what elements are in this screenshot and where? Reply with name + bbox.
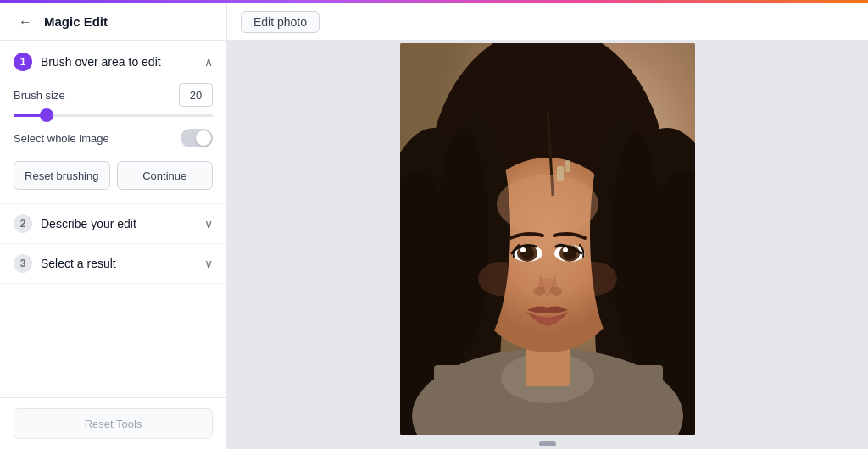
svg-point-29 xyxy=(478,262,526,296)
toggle-knob xyxy=(196,130,211,146)
svg-point-28 xyxy=(534,315,561,324)
section-1-chevron-icon: ∧ xyxy=(204,55,213,69)
step-2-badge: 2 xyxy=(14,214,32,233)
section-2-chevron-icon: ∨ xyxy=(204,217,213,230)
back-icon: ← xyxy=(19,14,32,30)
section-2-header[interactable]: 2 Describe your edit ∨ xyxy=(0,204,226,243)
svg-rect-31 xyxy=(557,166,564,181)
action-buttons: Reset brushing Continue xyxy=(14,161,213,190)
canvas-area[interactable] xyxy=(227,41,868,449)
section-3-chevron-icon: ∨ xyxy=(204,257,213,270)
section-1-header[interactable]: 1 Brush over area to edit ∧ xyxy=(0,41,226,83)
brush-size-row: Brush size 20 xyxy=(14,83,213,107)
section-brush: 1 Brush over area to edit ∧ Brush size 2… xyxy=(0,41,226,204)
svg-rect-32 xyxy=(565,160,570,172)
svg-point-20 xyxy=(520,247,526,252)
edit-photo-button[interactable]: Edit photo xyxy=(241,11,320,33)
sidebar-header: ← Magic Edit xyxy=(0,3,226,41)
photo-frame xyxy=(400,43,695,435)
toolbar: Edit photo xyxy=(227,3,868,41)
brush-size-label: Brush size xyxy=(14,89,65,102)
section-1-title: Brush over area to edit xyxy=(41,55,204,69)
brush-slider-container[interactable] xyxy=(14,114,213,117)
sidebar-title: Magic Edit xyxy=(44,14,108,29)
sidebar-content: 1 Brush over area to edit ∧ Brush size 2… xyxy=(0,41,226,397)
section-3-header[interactable]: 3 Select a result ∨ xyxy=(0,244,226,283)
slider-fill xyxy=(14,114,43,117)
reset-tools-button[interactable]: Reset Tools xyxy=(14,408,213,439)
main-area: Edit photo xyxy=(227,3,868,449)
portrait-image xyxy=(400,43,695,435)
reset-brushing-button[interactable]: Reset brushing xyxy=(14,161,110,190)
slider-track xyxy=(14,114,213,117)
section-1-body: Brush size 20 Select whole image xyxy=(0,83,226,203)
svg-point-26 xyxy=(533,287,545,296)
svg-point-27 xyxy=(550,287,562,296)
slider-thumb[interactable] xyxy=(40,108,53,122)
section-2-title: Describe your edit xyxy=(41,217,204,230)
select-whole-row: Select whole image xyxy=(14,129,213,147)
sidebar: ← Magic Edit 1 Brush over area to edit ∧… xyxy=(0,3,227,449)
section-3-title: Select a result xyxy=(41,257,204,270)
section-describe: 2 Describe your edit ∨ xyxy=(0,204,226,244)
svg-point-15 xyxy=(612,134,659,351)
svg-point-30 xyxy=(570,262,617,296)
back-button[interactable]: ← xyxy=(14,10,37,34)
select-whole-label: Select whole image xyxy=(14,132,109,145)
step-3-badge: 3 xyxy=(14,254,32,273)
brush-size-value[interactable]: 20 xyxy=(179,83,213,107)
scroll-indicator xyxy=(539,441,556,446)
sidebar-footer: Reset Tools xyxy=(0,397,226,449)
step-1-badge: 1 xyxy=(14,53,32,71)
svg-point-13 xyxy=(437,128,488,348)
continue-button[interactable]: Continue xyxy=(117,161,214,190)
svg-point-16 xyxy=(497,175,598,234)
select-whole-toggle[interactable] xyxy=(181,129,213,147)
photo-container xyxy=(400,43,695,446)
section-select-result: 3 Select a result ∨ xyxy=(0,244,226,284)
app-container: ← Magic Edit 1 Brush over area to edit ∧… xyxy=(0,3,868,449)
svg-point-24 xyxy=(563,247,568,252)
